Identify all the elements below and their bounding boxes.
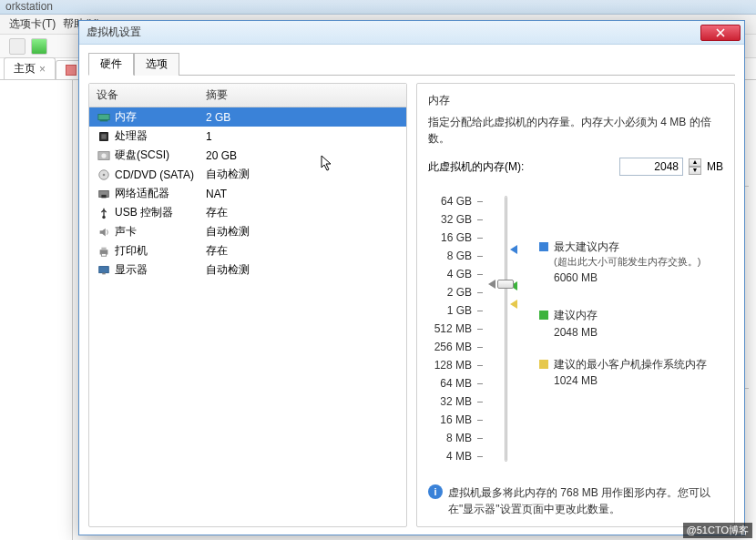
hdd-icon (97, 149, 111, 162)
svg-rect-13 (101, 253, 106, 256)
info-icon: i (428, 484, 443, 499)
legend-green-icon (539, 311, 548, 320)
cd-icon (97, 168, 111, 181)
menu-tabs[interactable]: 选项卡(T) (9, 16, 56, 32)
device-summary: 20 GB (206, 149, 399, 162)
device-summary: 存在 (206, 205, 399, 220)
scale-tick: 32 MB (428, 392, 483, 411)
tab-hardware[interactable]: 硬件 (88, 53, 134, 76)
close-button[interactable] (700, 25, 741, 41)
svg-point-5 (101, 153, 106, 158)
svg-rect-14 (99, 266, 109, 272)
sound-icon (97, 226, 111, 239)
dialog-tabs: 硬件 选项 (88, 52, 735, 76)
bg-sidebar (0, 80, 73, 540)
device-summary: 1 (206, 130, 399, 143)
close-icon (716, 28, 725, 37)
scale-tick: 64 GB (428, 192, 483, 210)
scale-tick: 8 GB (428, 247, 483, 265)
svg-rect-0 (98, 114, 109, 119)
scale-tick: 2 GB (428, 283, 483, 301)
bg-title-text: orkstation (5, 0, 53, 13)
device-name: 声卡 (115, 224, 137, 239)
memory-icon (97, 111, 111, 124)
scale-tick: 128 MB (428, 356, 483, 374)
scale-tick: 16 GB (428, 229, 483, 247)
device-summary: NAT (206, 188, 399, 200)
play-icon[interactable] (31, 38, 47, 55)
tab-options[interactable]: 选项 (134, 53, 179, 76)
cpu-icon (97, 130, 111, 143)
memory-input-row: 此虚拟机的内存(M): ▲ ▼ MB (428, 158, 723, 176)
scale-tick: 4 MB (428, 447, 483, 465)
device-row[interactable]: USB 控制器存在 (89, 203, 406, 222)
device-row[interactable]: CD/DVD (SATA)自动检测 (89, 165, 406, 184)
device-row[interactable]: 网络适配器NAT (89, 184, 406, 203)
svg-rect-3 (101, 134, 106, 138)
device-row[interactable]: 内存2 GB (89, 107, 406, 127)
device-summary: 存在 (206, 243, 399, 259)
dialog-title: 虚拟机设置 (87, 25, 700, 40)
usb-icon (97, 207, 111, 219)
memory-desc: 指定分配给此虚拟机的内存量。内存大小必须为 4 MB 的倍数。 (428, 114, 723, 147)
slider-thumb[interactable] (497, 280, 514, 289)
scale-tick: 64 MB (428, 374, 483, 392)
legend-rec: 建议内存 2048 MB (539, 308, 723, 341)
col-summary[interactable]: 摘要 (199, 84, 406, 107)
device-name: 网络适配器 (115, 186, 169, 201)
scale-tick: 256 MB (428, 338, 483, 356)
memory-slider[interactable] (497, 192, 530, 465)
memory-unit: MB (707, 160, 723, 173)
devices-pane: 设备 摘要 内存2 GB处理器1硬盘(SCSI)20 GBCD/DVD (SAT… (88, 83, 407, 527)
device-summary: 2 GB (206, 111, 399, 124)
device-name: 打印机 (115, 243, 148, 259)
svg-rect-1 (100, 119, 108, 121)
bg-titlebar: orkstation (0, 0, 756, 15)
vm-settings-dialog: 虚拟机设置 硬件 选项 设备 摘要 内存2 GB处理器1硬盘(SCSI)20 G… (78, 20, 745, 535)
device-summary: 自动检测 (206, 167, 399, 182)
svg-rect-15 (102, 272, 106, 274)
svg-point-7 (103, 173, 106, 176)
nic-icon (97, 188, 111, 200)
tab-home-label: 主页 (14, 61, 36, 76)
memory-input[interactable] (619, 158, 683, 176)
memory-title: 内存 (428, 93, 723, 108)
device-row[interactable]: 声卡自动检测 (89, 222, 406, 241)
printer-icon (97, 245, 111, 258)
col-device[interactable]: 设备 (89, 84, 199, 107)
display-icon (97, 264, 111, 277)
device-row[interactable]: 显示器自动检测 (89, 260, 406, 280)
legend-blue-icon (539, 242, 548, 251)
scale-tick: 8 MB (428, 429, 483, 447)
svg-rect-9 (101, 194, 106, 198)
device-name: 处理器 (115, 128, 148, 144)
dialog-titlebar[interactable]: 虚拟机设置 (79, 21, 744, 45)
device-row[interactable]: 硬盘(SCSI)20 GB (89, 146, 406, 165)
devices-header: 设备 摘要 (89, 84, 406, 107)
scale-tick: 16 MB (428, 411, 483, 429)
info-note: i 虚拟机最多将此内存的 768 MB 用作图形内存。您可以在"显示器"设置页面… (428, 484, 723, 517)
toolbar-btn[interactable] (9, 38, 26, 55)
memory-input-label: 此虚拟机的内存(M): (428, 159, 524, 175)
device-name: 内存 (115, 109, 137, 125)
scale-tick: 32 GB (428, 210, 483, 229)
device-row[interactable]: 打印机存在 (89, 241, 406, 260)
memory-spinner[interactable]: ▲ ▼ (689, 158, 701, 175)
marker-min-icon (510, 300, 517, 309)
details-pane: 内存 指定分配给此虚拟机的内存量。内存大小必须为 4 MB 的倍数。 此虚拟机的… (416, 83, 735, 527)
spinner-up-icon[interactable]: ▲ (689, 158, 701, 167)
scale-tick: 4 GB (428, 265, 483, 283)
device-name: 硬盘(SCSI) (115, 148, 169, 163)
cursor-icon (321, 155, 335, 173)
device-row[interactable]: 处理器1 (89, 127, 406, 146)
device-summary: 自动检测 (206, 262, 399, 278)
scale-tick: 1 GB (428, 301, 483, 320)
marker-max-icon (510, 245, 517, 254)
device-name: 显示器 (115, 262, 148, 278)
spinner-down-icon[interactable]: ▼ (689, 167, 701, 175)
memory-legend: 最大建议内存 (超出此大小可能发生内存交换。) 6060 MB 建议内存 204… (539, 192, 723, 465)
slider-arrow-icon (488, 280, 495, 289)
tab-home[interactable]: 主页 × (4, 57, 56, 79)
close-icon[interactable]: × (39, 63, 46, 76)
device-name: CD/DVD (SATA) (115, 168, 194, 181)
